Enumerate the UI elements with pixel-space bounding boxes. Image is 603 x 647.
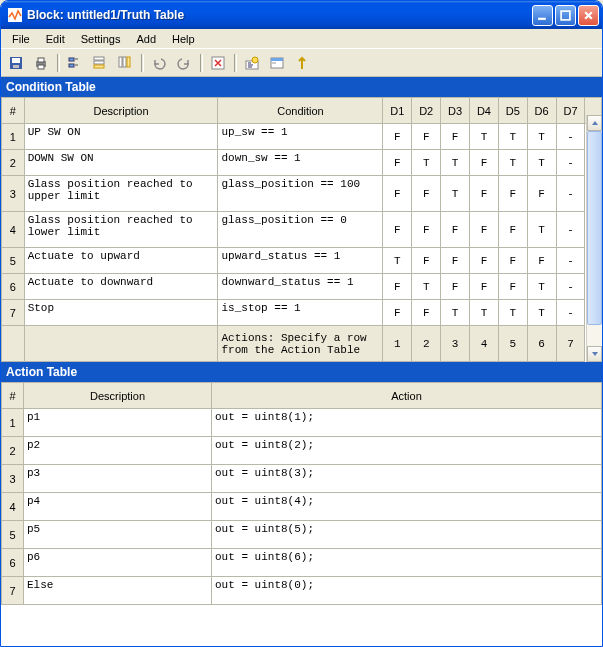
cell-decision[interactable]: T [498,300,527,326]
cell-decision[interactable]: T [441,150,470,176]
cell-action-ref[interactable]: 4 [470,326,499,362]
scroll-up-icon[interactable] [587,115,602,131]
cell-decision[interactable]: T [470,300,499,326]
row-number[interactable]: 7 [2,577,24,605]
cell-decision[interactable]: F [412,176,441,212]
cell-decision[interactable]: F [383,212,412,248]
cell-decision[interactable]: F [527,176,556,212]
cell-action-ref[interactable]: 7 [556,326,585,362]
cell-decision[interactable]: T [412,274,441,300]
cell-decision[interactable]: F [498,248,527,274]
menu-edit[interactable]: Edit [39,31,72,47]
cell-decision[interactable]: F [470,212,499,248]
cell-description[interactable]: p2 [24,437,212,465]
minimize-button[interactable] [532,5,553,26]
go-to-diagram-icon[interactable] [291,52,313,74]
cell-decision[interactable]: F [498,176,527,212]
cell-description[interactable]: Actuate to downward [24,274,218,300]
cell-decision[interactable]: T [498,150,527,176]
cell-decision[interactable]: - [556,274,585,300]
cell-decision[interactable]: F [470,248,499,274]
build-icon[interactable] [241,52,263,74]
row-number[interactable]: 2 [2,150,25,176]
menu-settings[interactable]: Settings [74,31,128,47]
cell-decision[interactable]: F [441,248,470,274]
cell-condition[interactable]: downward_status == 1 [218,274,383,300]
cell-action[interactable]: out = uint8(5); [212,521,602,549]
row-number[interactable]: 2 [2,437,24,465]
append-column-icon[interactable] [114,52,136,74]
col-action[interactable]: Action [212,383,602,409]
col-description[interactable]: Description [24,98,218,124]
cell-decision[interactable]: T [527,124,556,150]
row-number[interactable]: 4 [2,212,25,248]
col-description[interactable]: Description [24,383,212,409]
undo-icon[interactable] [148,52,170,74]
col-d2[interactable]: D2 [412,98,441,124]
row-number[interactable]: 7 [2,300,25,326]
cell-action-ref[interactable]: 1 [383,326,412,362]
cell-decision[interactable]: - [556,124,585,150]
condition-scrollbar[interactable] [586,115,602,362]
cell-action[interactable]: out = uint8(0); [212,577,602,605]
cell-decision[interactable]: F [498,212,527,248]
cell-decision[interactable]: F [498,274,527,300]
cell-action-ref[interactable]: 2 [412,326,441,362]
cell-description[interactable]: p5 [24,521,212,549]
cell-decision[interactable]: F [527,248,556,274]
col-num[interactable]: # [2,98,25,124]
cell-decision[interactable]: F [412,248,441,274]
cell-decision[interactable]: - [556,176,585,212]
cell-decision[interactable]: T [470,124,499,150]
row-number[interactable]: 4 [2,493,24,521]
scroll-thumb[interactable] [587,131,602,325]
cell-decision[interactable]: T [527,212,556,248]
cell-decision[interactable]: F [441,212,470,248]
cell-decision[interactable]: F [470,150,499,176]
cell-decision[interactable]: T [383,248,412,274]
col-condition[interactable]: Condition [218,98,383,124]
cell-description[interactable]: p3 [24,465,212,493]
cell-description[interactable]: DOWN SW ON [24,150,218,176]
cell-decision[interactable]: T [498,124,527,150]
redo-icon[interactable] [173,52,195,74]
titlebar[interactable]: Block: untitled1/Truth Table [1,1,602,29]
row-number[interactable]: 1 [2,124,25,150]
explorer-icon[interactable] [266,52,288,74]
cell-condition[interactable]: is_stop == 1 [218,300,383,326]
cell-decision[interactable]: F [383,300,412,326]
cell-action[interactable]: out = uint8(2); [212,437,602,465]
cell-description[interactable]: Stop [24,300,218,326]
cell-decision[interactable]: - [556,248,585,274]
cell-description[interactable]: p1 [24,409,212,437]
cell-decision[interactable]: F [470,274,499,300]
save-icon[interactable] [5,52,27,74]
cell-decision[interactable]: T [527,274,556,300]
cell-condition[interactable]: glass_position == 0 [218,212,383,248]
cell-decision[interactable]: - [556,150,585,176]
row-number[interactable]: 6 [2,274,25,300]
col-d3[interactable]: D3 [441,98,470,124]
cell-description[interactable]: Glass position reached to upper limit [24,176,218,212]
col-d7[interactable]: D7 [556,98,585,124]
cell-decision[interactable]: T [441,300,470,326]
append-row-icon[interactable] [89,52,111,74]
menu-add[interactable]: Add [129,31,163,47]
edit-data-icon[interactable] [64,52,86,74]
row-number[interactable]: 3 [2,176,25,212]
cell-decision[interactable]: F [383,176,412,212]
cell-decision[interactable]: F [383,124,412,150]
cell-decision[interactable]: F [383,150,412,176]
menu-help[interactable]: Help [165,31,202,47]
cell-action[interactable]: out = uint8(3); [212,465,602,493]
row-number[interactable]: 5 [2,521,24,549]
maximize-button[interactable] [555,5,576,26]
cell-decision[interactable]: - [556,212,585,248]
row-number[interactable]: 3 [2,465,24,493]
col-num[interactable]: # [2,383,24,409]
cell-action[interactable]: out = uint8(1); [212,409,602,437]
cell-description[interactable]: p6 [24,549,212,577]
row-number[interactable]: 6 [2,549,24,577]
cell-description[interactable]: Else [24,577,212,605]
col-d5[interactable]: D5 [498,98,527,124]
